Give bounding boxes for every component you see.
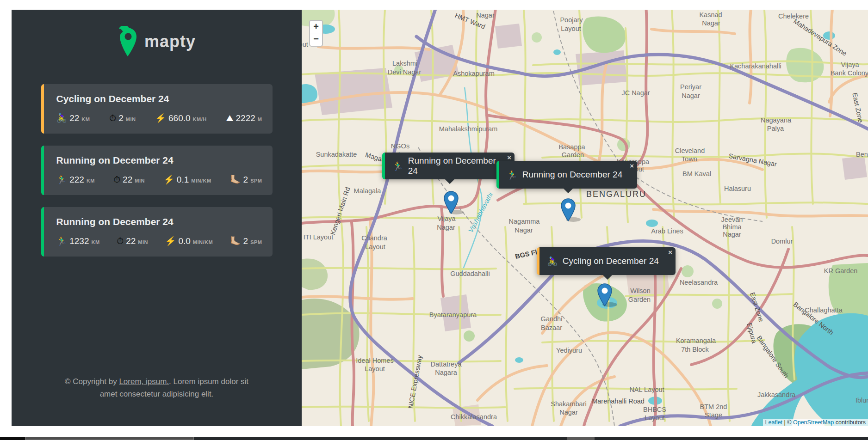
map-label: Byataranyapura (429, 311, 477, 318)
map-label: Ashokapuram (453, 70, 494, 77)
stat-unit: min/km (193, 239, 213, 245)
stat-unit: spm (250, 178, 262, 183)
popup-running-2: 🏃‍♂️ Running on December 24 × (496, 161, 637, 189)
stat-pace: ⚡️ 0.1 min/km (163, 174, 211, 185)
map-marker-running-2[interactable] (558, 198, 582, 222)
map-label: Cleveland (675, 147, 705, 154)
map-marker-running-1[interactable] (441, 190, 465, 214)
stat-unit: m (258, 116, 262, 122)
stat-unit: spm (250, 239, 262, 245)
map-label: Koramangala (676, 337, 716, 344)
map-label: Yediyuru (556, 347, 582, 354)
stopwatch-icon: ⏱ (117, 236, 124, 246)
cycling-icon: 🚴‍♀️ (547, 256, 558, 267)
stat-unit: min/km (191, 178, 211, 183)
map-attribution: Leaflet | © OpenStreetMap contributors (763, 419, 868, 426)
popup-close-button[interactable]: × (668, 249, 672, 256)
map-label: Nagar (437, 224, 455, 231)
map-label: Iblur (856, 397, 868, 404)
popup-close-button[interactable]: × (507, 154, 511, 161)
map-label: Poojary (560, 16, 583, 24)
map-label: Wilson (630, 287, 651, 294)
map-label: 7th Block (681, 346, 709, 353)
workout-title: Running on December 24 (56, 155, 262, 166)
running-icon: 🏃‍♂️ (56, 236, 68, 246)
copyright: © Copyright by Lorem, ipsum.. Lorem ipsu… (57, 376, 256, 400)
sidebar: mapty Cycling on December 24 🚴‍♀️ 22 km … (12, 10, 302, 426)
map-label: Jakkasandra (757, 391, 796, 398)
stat-value: 2 (243, 175, 248, 185)
map-label: Garden (562, 151, 584, 159)
stat-value: 22 (126, 236, 136, 246)
popup-label: Running on December 24 (522, 170, 623, 180)
foot-icon: 🦶🏼 (230, 174, 241, 185)
stat-value: 0.1 (177, 175, 189, 185)
map-label: Palya (767, 125, 784, 132)
stat-value: 660.0 (168, 113, 191, 123)
map[interactable]: LayoutHMT WardNagarPoojaryLayoutKasnadNa… (302, 10, 868, 426)
map-label: Nagar (515, 226, 533, 234)
map-label: BENGALURU (586, 189, 646, 199)
running-icon: 🏃‍♂️ (392, 161, 403, 171)
logo: mapty (118, 25, 196, 58)
copyright-link[interactable]: Lorem, ipsum. (119, 377, 169, 386)
map-label: Devi Nagar (388, 68, 422, 76)
foot-icon: 🦶🏼 (230, 236, 241, 246)
stat-duration: ⏱ 2 min (109, 113, 136, 123)
map-label: Sunkadakatte (316, 151, 357, 158)
stat-unit: km (92, 239, 100, 245)
lightning-icon: ⚡️ (155, 113, 166, 123)
workout-title: Running on December 24 (56, 216, 262, 227)
zoom-in-button[interactable]: + (310, 21, 322, 33)
map-label: Chandra (361, 234, 388, 242)
map-label: BTM 2nd (700, 403, 727, 410)
workout-title: Cycling on December 24 (56, 93, 262, 104)
popup-cycling: 🚴‍♀️ Cycling on December 24 × (537, 247, 676, 275)
scrollbar-segment (567, 437, 595, 440)
leaflet-link[interactable]: Leaflet (765, 419, 783, 426)
map-label: Layout (645, 414, 665, 422)
map-label: Basappa (558, 143, 585, 151)
running-icon: 🏃‍♂️ (507, 170, 518, 180)
stat-value: 0.0 (178, 236, 190, 246)
map-label: Periyar (680, 83, 701, 91)
map-label: Benniganahalli (856, 151, 868, 158)
lightning-icon: ⚡️ (163, 174, 174, 185)
map-label: Nagamma (509, 218, 540, 225)
stat-value: 2222 (236, 113, 255, 123)
lightning-icon: ⚡️ (165, 236, 176, 246)
map-label: Nagar (682, 92, 700, 99)
map-marker-cycling[interactable] (595, 283, 619, 307)
popup-close-button[interactable]: × (630, 162, 634, 169)
map-label: Layout (365, 243, 385, 251)
page: mapty Cycling on December 24 🚴‍♀️ 22 km … (0, 0, 868, 440)
map-label: Kasnad (699, 11, 722, 18)
popup-label: Cycling on December 24 (563, 256, 659, 266)
stat-unit: km/h (193, 116, 207, 122)
stat-value: 22 (123, 175, 132, 185)
openstreetmap-link[interactable]: OpenStreetMap (793, 419, 834, 426)
scrollbar-thumb[interactable] (25, 437, 194, 440)
zoom-out-button[interactable]: − (310, 33, 322, 46)
map-label: Stage (705, 411, 722, 419)
stat-unit: km (81, 116, 90, 122)
workout-list: Cycling on December 24 🚴‍♀️ 22 km ⏱ 2 mi… (41, 84, 273, 257)
map-label: Nagayana (761, 116, 792, 124)
map-label: BM Kaval (682, 170, 711, 177)
logo-pin-icon (118, 26, 138, 57)
stat-value: 2 (243, 236, 248, 246)
popup-label: Running on December 24 (408, 156, 502, 176)
stat-cadence: 🦶🏼 2 spm (230, 236, 262, 246)
map-tiles: LayoutHMT WardNagarPoojaryLayoutKasnadNa… (302, 10, 868, 426)
map-label: Layout (365, 365, 385, 373)
workout-card-cycling[interactable]: Cycling on December 24 🚴‍♀️ 22 km ⏱ 2 mi… (41, 84, 273, 134)
stat-value: 1232 (69, 236, 89, 246)
workout-card-running-1[interactable]: Running on December 24 🏃‍♂️ 222 km ⏱ 22 … (41, 146, 273, 195)
workout-card-running-2[interactable]: Running on December 24 🏃‍♂️ 1232 km ⏱ 22… (41, 207, 273, 257)
map-label: Chelekere (778, 12, 809, 20)
stat-unit: min (138, 239, 148, 245)
horizontal-scrollbar[interactable] (0, 437, 868, 440)
zoom-control: + − (309, 20, 323, 47)
map-label: Marenahalli Road (592, 397, 645, 405)
map-label: Garden (628, 296, 651, 303)
